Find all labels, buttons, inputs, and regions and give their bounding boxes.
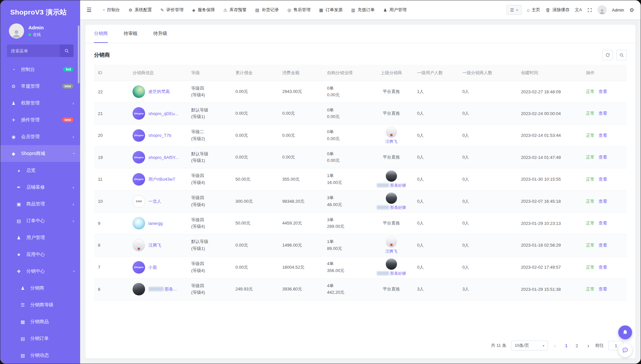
money-icon: ▥ (351, 8, 355, 13)
menu-search-input[interactable] (7, 45, 60, 57)
cell-upline: 平台直推 (369, 278, 413, 300)
topnav-item-restock-record[interactable]: ▤补货记录 (251, 0, 283, 19)
topnav-item-review-manage[interactable]: ✎评价管理 (156, 0, 188, 19)
sidebar-item-agent-log[interactable]: ▧分销动态 (0, 347, 80, 364)
settings-gear-icon[interactable]: ⚙ (629, 7, 634, 13)
upline-name-link[interactable]: 那条好腿 (377, 183, 406, 188)
view-link[interactable]: 查看 (598, 155, 607, 160)
topnav-item-label: 系统配置 (135, 7, 152, 13)
agent-name-link[interactable]: 那条... (148, 286, 177, 292)
view-link[interactable]: 查看 (598, 133, 607, 138)
sidebar-item-user-manage[interactable]: ♟用户管理 (0, 229, 80, 246)
view-link[interactable]: 查看 (598, 287, 607, 291)
cell-commission: 0.00元 (231, 103, 278, 124)
sidebar-item-addons[interactable]: ✈插件管理new (0, 111, 80, 128)
sidebar-scrollbar[interactable] (78, 25, 79, 83)
sidebar-item-auth[interactable]: ♟权限管理‹ (0, 95, 80, 111)
agent-name-link[interactable]: shopro_T7b (148, 133, 171, 138)
column-header: 上级分销商 (369, 65, 413, 81)
topnav-item-user-manage[interactable]: ♟用户管理 (379, 0, 411, 19)
topnav-item-aftersale-manage[interactable]: ◎售后管理 (283, 0, 315, 19)
agent-name-link[interactable]: 用户rtBo43wT (148, 176, 175, 182)
tab-pending-upgrade[interactable]: 待升级 (153, 25, 167, 43)
agent-name-link[interactable]: 汪腾飞 (148, 242, 161, 248)
sidebar-item-commission-center[interactable]: ❖分销中心‹ (0, 263, 80, 280)
status-normal: 正常 (586, 221, 595, 226)
tab-pending-review[interactable]: 待审核 (124, 25, 137, 43)
agent-name-link[interactable]: lanergg (148, 221, 163, 226)
topnav-item-stock-warning[interactable]: ⚠库存预警 (219, 0, 251, 19)
sidebar-item-goods-manage[interactable]: ▣商品管理‹ (0, 196, 80, 212)
next-page-button[interactable]: › (586, 343, 591, 349)
view-link[interactable]: 查看 (598, 199, 607, 204)
upline-name-link[interactable]: 汪腾飞 (385, 249, 397, 254)
agent-name-link[interactable]: 小新 (148, 264, 157, 270)
chevron-icon: ‹ (73, 201, 74, 207)
fullscreen-icon[interactable] (587, 8, 592, 13)
sidebar-item-overview[interactable]: ◕总览 (0, 162, 80, 179)
prev-page-button[interactable]: ‹ (553, 343, 557, 349)
translate-icon[interactable]: 文A (575, 7, 582, 13)
avatar: Shopro (133, 173, 145, 186)
topnav-item-recharge-order[interactable]: ▥充值订单 (347, 0, 379, 19)
cell-upline: 那条好腿 (369, 168, 413, 190)
cell-self-performance: 1单89.00元 (323, 234, 370, 256)
page-number-1[interactable]: 1 (562, 343, 571, 348)
sidebar-item-order-center[interactable]: ▤订单中心‹ (0, 212, 80, 229)
notification-bell-button[interactable] (618, 325, 632, 339)
sidebar-item-label: Shopro商城 (21, 151, 73, 157)
upline-name-link[interactable]: 那条好腿 (377, 205, 406, 210)
home-button[interactable]: ⌂ 主页 (527, 7, 540, 13)
chevron-icon: ‹ (73, 100, 74, 106)
topnav-item-console[interactable]: ◔控制台 (98, 0, 124, 19)
sidebar-item-general[interactable]: ⚙常规管理new (0, 78, 80, 95)
agent-name-link[interactable]: 迷茫的梵高 (148, 89, 170, 95)
topnav-item-system-config[interactable]: ⚙系统配置 (124, 0, 156, 19)
agent-name-link[interactable]: shopro_6Af5Y... (148, 155, 179, 160)
redacted-text (377, 183, 389, 187)
sidebar-item-agent[interactable]: ♟分销商 (0, 280, 80, 296)
sidebar-item-console[interactable]: ◔控制台hot (0, 61, 80, 78)
clear-cache-button[interactable]: 清除缓存 (545, 7, 569, 13)
view-link[interactable]: 查看 (598, 177, 607, 182)
menu-search-button[interactable] (60, 45, 74, 57)
menu-toggle-icon[interactable]: ☰ (80, 0, 98, 19)
page-number-2[interactable]: 2 (572, 343, 581, 348)
cell-upline: 汪腾飞 (369, 234, 413, 256)
gauge-icon: ◔ (10, 67, 17, 72)
refresh-button[interactable] (602, 50, 613, 60)
table-row: 19Shoproshopro_6Af5Y...默认等级(等级1)0.00元0.0… (94, 146, 627, 168)
sidebar-item-app-center[interactable]: ★应用中心 (0, 246, 80, 263)
cell-consume: 2943.00元 (278, 81, 323, 103)
home-icon: ⌂ (527, 7, 530, 13)
sidebar-item-shop-decorate[interactable]: ✒店铺装修‹ (0, 179, 80, 196)
column-header: 操作 (582, 65, 627, 81)
tab-agents[interactable]: 分销商 (94, 25, 108, 43)
sidebar-item-shopro-mall[interactable]: ◆Shopro商城‹ (0, 145, 80, 162)
sidebar-item-member[interactable]: ◉会员管理‹ (0, 128, 80, 145)
upline-name-link[interactable]: 汪腾飞 (385, 139, 397, 144)
nav-list-dropdown-button[interactable]: ☰ ▾ (506, 5, 522, 15)
agent-name-link[interactable]: 一念人 (148, 198, 161, 204)
page-size-select[interactable]: 10条/页 ▾ (511, 341, 548, 350)
view-link[interactable]: 查看 (598, 265, 607, 270)
view-link[interactable]: 查看 (598, 221, 607, 226)
view-link[interactable]: 查看 (598, 89, 607, 94)
table-body: 22迷茫的梵高等级四(等级4)0.00元2943.00元0单0.00元平台直推1… (94, 81, 627, 300)
view-link[interactable]: 查看 (598, 243, 607, 248)
cell-upline: 那条好腿 (369, 256, 413, 278)
sidebar-item-agent-order[interactable]: ▤分销订单 (0, 330, 80, 347)
clear-cache-label: 清除缓存 (552, 7, 569, 13)
upline-name-link[interactable]: 那条好腿 (377, 271, 406, 276)
support-chat-button[interactable] (618, 343, 632, 357)
view-link[interactable]: 查看 (598, 111, 607, 116)
user-avatar[interactable] (597, 5, 607, 15)
topnav-item-label: 控制台 (107, 7, 120, 13)
sidebar-item-agent-goods[interactable]: ▦分销商品 (0, 313, 80, 330)
topnav-item-order-invoice[interactable]: ▦订单发票 (315, 0, 347, 19)
topnav-item-service-guarantee[interactable]: ◈服务保障 (188, 0, 219, 19)
sidebar-item-agent-level[interactable]: ☰分销商等级 (0, 296, 80, 313)
table-search-button[interactable] (616, 50, 627, 60)
cell-first-level-agents: 0人 (458, 212, 517, 234)
agent-name-link[interactable]: shopro_qDEu... (148, 111, 178, 116)
